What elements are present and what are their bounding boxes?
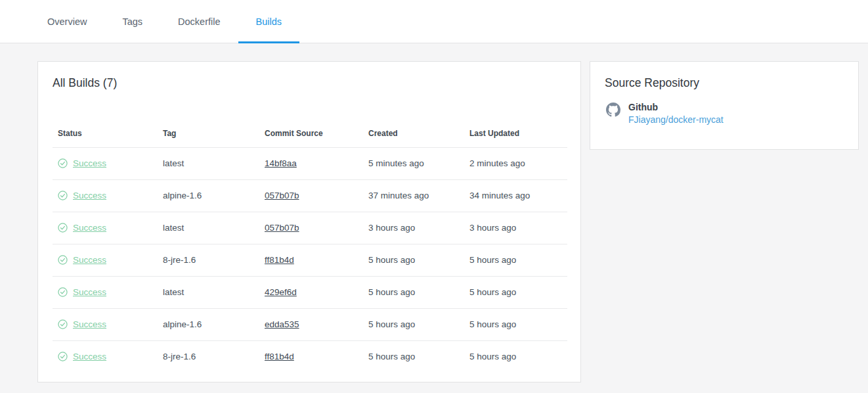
commit-source-link[interactable]: 057b07b (265, 191, 299, 200)
source-repo-row: Github FJiayang/docker-mycat (606, 101, 858, 126)
tab-tags[interactable]: Tags (104, 0, 160, 43)
source-repository-title: Source Repository (590, 62, 858, 90)
source-repo-info: Github FJiayang/docker-mycat (628, 101, 724, 126)
build-status-link[interactable]: Success (73, 287, 106, 297)
tab-dockerfile-label: Dockerfile (178, 16, 220, 27)
repo-tab-bar: Overview Tags Dockerfile Builds (0, 0, 868, 43)
build-status-link[interactable]: Success (73, 255, 106, 265)
content-area: All Builds (7) Status Tag Commit Source … (0, 43, 868, 382)
builds-table-body: Success latest 14bf8aa 5 minutes ago 2 m… (53, 147, 567, 373)
commit-source-link[interactable]: 057b07b (265, 223, 299, 233)
build-tag: latest (158, 212, 259, 244)
build-created: 5 minutes ago (363, 147, 464, 179)
tab-tags-label: Tags (122, 16, 142, 27)
build-created: 5 hours ago (363, 276, 464, 308)
commit-source-link[interactable]: ff81b4d (265, 352, 294, 361)
build-tag: latest (158, 276, 259, 308)
column-header-created: Created (363, 120, 464, 147)
build-last-updated: 5 hours ago (464, 244, 567, 276)
build-last-updated: 2 minutes ago (464, 147, 567, 179)
builds-table: Status Tag Commit Source Created Last Up… (53, 120, 567, 373)
tab-builds[interactable]: Builds (238, 0, 300, 43)
build-row: Success alpine-1.6 edda535 5 hours ago 5… (53, 308, 567, 340)
tab-overview-label: Overview (47, 16, 87, 27)
tab-builds-label: Builds (256, 16, 282, 27)
build-status-link[interactable]: Success (73, 223, 106, 233)
build-created: 5 hours ago (363, 244, 464, 276)
build-tag: latest (158, 147, 259, 179)
column-header-status: Status (53, 120, 158, 147)
build-created: 5 hours ago (363, 340, 464, 373)
column-header-last-updated: Last Updated (464, 120, 567, 147)
commit-source-link[interactable]: 429ef6d (265, 287, 297, 297)
build-tag: alpine-1.6 (158, 308, 259, 340)
success-check-icon (58, 158, 68, 168)
build-status-link[interactable]: Success (73, 158, 106, 168)
source-repository-panel: Source Repository Github FJiayang/docker… (590, 61, 859, 150)
success-check-icon (58, 352, 68, 361)
build-tag: 8-jre-1.6 (158, 340, 259, 373)
build-tag: 8-jre-1.6 (158, 244, 259, 276)
build-last-updated: 5 hours ago (464, 340, 567, 373)
builds-table-header-row: Status Tag Commit Source Created Last Up… (53, 120, 567, 147)
success-check-icon (58, 191, 68, 200)
source-repo-link[interactable]: FJiayang/docker-mycat (628, 114, 724, 125)
build-row: Success 8-jre-1.6 ff81b4d 5 hours ago 5 … (53, 340, 567, 373)
build-row: Success latest 057b07b 3 hours ago 3 hou… (53, 212, 567, 244)
build-created: 3 hours ago (363, 212, 464, 244)
build-created: 5 hours ago (363, 308, 464, 340)
build-status-link[interactable]: Success (73, 352, 106, 361)
build-row: Success alpine-1.6 057b07b 37 minutes ag… (53, 179, 567, 212)
build-created: 37 minutes ago (363, 179, 464, 212)
commit-source-link[interactable]: edda535 (265, 319, 299, 329)
build-last-updated: 5 hours ago (464, 276, 567, 308)
source-provider-label: Github (628, 101, 724, 114)
success-check-icon (58, 223, 68, 233)
column-header-commit: Commit Source (259, 120, 363, 147)
column-header-tag: Tag (158, 120, 259, 147)
success-check-icon (58, 255, 68, 265)
tab-dockerfile[interactable]: Dockerfile (160, 0, 238, 43)
success-check-icon (58, 287, 68, 297)
tab-overview[interactable]: Overview (30, 0, 104, 43)
build-row: Success latest 429ef6d 5 hours ago 5 hou… (53, 276, 567, 308)
build-last-updated: 3 hours ago (464, 212, 567, 244)
build-status-link[interactable]: Success (73, 319, 106, 329)
build-row: Success 8-jre-1.6 ff81b4d 5 hours ago 5 … (53, 244, 567, 276)
build-last-updated: 5 hours ago (464, 308, 567, 340)
build-status-link[interactable]: Success (73, 191, 106, 200)
build-last-updated: 34 minutes ago (464, 179, 567, 212)
all-builds-panel: All Builds (7) Status Tag Commit Source … (37, 61, 581, 382)
build-row: Success latest 14bf8aa 5 minutes ago 2 m… (53, 147, 567, 179)
commit-source-link[interactable]: 14bf8aa (265, 158, 297, 168)
success-check-icon (58, 319, 68, 329)
commit-source-link[interactable]: ff81b4d (265, 255, 294, 265)
build-tag: alpine-1.6 (158, 179, 259, 212)
all-builds-title: All Builds (7) (38, 62, 580, 90)
github-icon (606, 103, 620, 120)
